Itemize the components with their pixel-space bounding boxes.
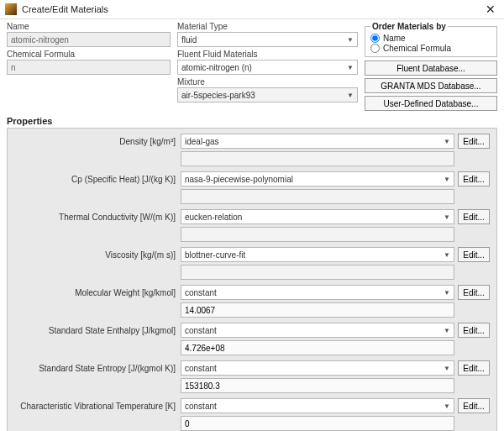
- mixture-select[interactable]: air-5species-park93 ▼: [177, 87, 358, 102]
- chevron-down-icon: ▼: [444, 402, 450, 410]
- property-value-row: [14, 265, 490, 280]
- property-row: Molecular Weight [kg/kmol]constant▼Edit.…: [14, 285, 490, 300]
- property-label: Viscosity [kg/(m s)]: [14, 250, 181, 260]
- property-value-field[interactable]: [181, 265, 454, 280]
- close-icon[interactable]: ✕: [482, 3, 499, 15]
- edit-button[interactable]: Edit...: [458, 247, 490, 262]
- property-label: Molecular Weight [kg/kmol]: [14, 288, 181, 297]
- radio-name[interactable]: [370, 34, 380, 43]
- property-row: Density [kg/m³]ideal-gas▼Edit...: [14, 134, 490, 149]
- property-method-select[interactable]: nasa-9-piecewise-polynomial▼: [181, 171, 454, 187]
- property-method-select[interactable]: constant▼: [181, 323, 454, 338]
- property-value-field[interactable]: [181, 189, 454, 204]
- property-row: Standard State Enthalpy [J/kgmol]constan…: [14, 323, 490, 338]
- property-label: Characteristic Vibrational Temperature […: [14, 402, 181, 411]
- edit-button[interactable]: Edit...: [458, 360, 490, 376]
- chevron-down-icon: ▼: [444, 176, 450, 183]
- property-value-field[interactable]: [181, 302, 454, 318]
- chevron-down-icon: ▼: [347, 92, 354, 99]
- mixture-label: Mixture: [177, 77, 358, 87]
- edit-button[interactable]: Edit...: [458, 398, 490, 413]
- chevron-down-icon: ▼: [444, 365, 450, 372]
- property-value-row: [14, 340, 490, 355]
- edit-button[interactable]: Edit...: [458, 323, 490, 338]
- fluent-database-button[interactable]: Fluent Database...: [365, 60, 497, 76]
- chevron-down-icon: ▼: [444, 289, 450, 297]
- property-method-select[interactable]: constant▼: [181, 285, 454, 300]
- fluent-materials-label: Fluent Fluid Materials: [177, 50, 358, 59]
- window-title: Create/Edit Materials: [22, 4, 482, 14]
- chevron-down-icon: ▼: [444, 138, 450, 145]
- property-row: Cp (Specific Heat) [J/(kg K)]nasa-9-piec…: [14, 171, 490, 187]
- property-value-field[interactable]: [181, 227, 454, 242]
- chevron-down-icon: ▼: [444, 213, 450, 221]
- formula-field[interactable]: [7, 60, 171, 75]
- chevron-down-icon: ▼: [347, 36, 354, 44]
- chevron-down-icon: ▼: [347, 64, 354, 71]
- property-method-select[interactable]: eucken-relation▼: [181, 209, 454, 224]
- fluent-materials-select[interactable]: atomic-nitrogen (n) ▼: [177, 60, 358, 75]
- property-method-select[interactable]: blottner-curve-fit▼: [181, 247, 454, 262]
- material-type-label: Material Type: [177, 22, 358, 31]
- property-value-row: [14, 189, 490, 204]
- app-icon: [5, 3, 17, 15]
- order-materials-group: Order Materials by Name Chemical Formula: [365, 22, 497, 57]
- property-label: Cp (Specific Heat) [J/(kg K)]: [14, 175, 181, 184]
- property-row: Thermal Conductivity [W/(m K)]eucken-rel…: [14, 209, 490, 224]
- granta-database-button[interactable]: GRANTA MDS Database...: [365, 78, 497, 93]
- chevron-down-icon: ▼: [444, 327, 450, 334]
- property-row: Characteristic Vibrational Temperature […: [14, 398, 490, 413]
- order-by-name[interactable]: Name: [370, 34, 491, 43]
- property-label: Density [kg/m³]: [14, 137, 181, 146]
- property-value-row: [14, 227, 490, 242]
- property-row: Viscosity [kg/(m s)]blottner-curve-fit▼E…: [14, 247, 490, 262]
- order-legend: Order Materials by: [370, 22, 448, 31]
- formula-label: Chemical Formula: [7, 50, 171, 59]
- edit-button[interactable]: Edit...: [458, 285, 490, 300]
- name-field[interactable]: [7, 32, 171, 47]
- properties-title: Properties: [7, 116, 497, 126]
- property-method-select[interactable]: constant▼: [181, 398, 454, 413]
- name-label: Name: [7, 22, 171, 31]
- order-by-formula[interactable]: Chemical Formula: [370, 44, 491, 53]
- property-label: Thermal Conductivity [W/(m K)]: [14, 213, 181, 222]
- property-value-row: [14, 416, 490, 431]
- properties-panel: Density [kg/m³]ideal-gas▼Edit...Cp (Spec…: [7, 128, 497, 431]
- property-label: Standard State Enthalpy [J/kgmol]: [14, 326, 181, 335]
- property-value-row: [14, 378, 490, 393]
- property-value-field[interactable]: [181, 416, 454, 431]
- radio-formula[interactable]: [370, 44, 380, 53]
- property-method-select[interactable]: ideal-gas▼: [181, 134, 454, 149]
- chevron-down-icon: ▼: [444, 251, 450, 259]
- edit-button[interactable]: Edit...: [458, 209, 490, 224]
- edit-button[interactable]: Edit...: [458, 171, 490, 187]
- titlebar: Create/Edit Materials ✕: [0, 0, 504, 19]
- property-value-field[interactable]: [181, 151, 454, 166]
- edit-button[interactable]: Edit...: [458, 134, 490, 149]
- property-value-row: [14, 302, 490, 318]
- property-method-select[interactable]: constant▼: [181, 360, 454, 376]
- property-label: Standard State Entropy [J/(kgmol K)]: [14, 364, 181, 373]
- property-value-row: [14, 151, 490, 166]
- user-database-button[interactable]: User-Defined Database...: [365, 96, 497, 111]
- property-value-field[interactable]: [181, 378, 454, 393]
- property-row: Standard State Entropy [J/(kgmol K)]cons…: [14, 360, 490, 376]
- material-type-select[interactable]: fluid ▼: [177, 32, 358, 47]
- property-value-field[interactable]: [181, 340, 454, 355]
